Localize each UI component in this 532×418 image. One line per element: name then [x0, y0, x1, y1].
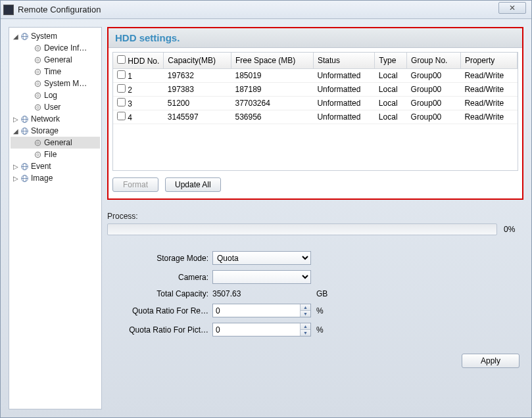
quota-picture-spinner[interactable]: ▲ ▼: [212, 323, 311, 337]
cell-group: Group00: [407, 83, 461, 97]
globe-icon: [20, 126, 29, 135]
cell-property: Read/Write: [460, 83, 517, 97]
sidebar-item-system-m-[interactable]: System M…: [11, 78, 100, 89]
cell-status: Unformatted: [313, 97, 374, 110]
spin-up-icon[interactable]: ▲: [301, 323, 310, 330]
sidebar-item-system[interactable]: ◢System: [11, 30, 100, 42]
spin-up-icon[interactable]: ▲: [301, 304, 310, 311]
hdd-table-wrap: HDD No.Capacity(MB)Free Space (MB)Status…: [112, 52, 518, 171]
svg-point-3: [35, 45, 40, 51]
row-checkbox[interactable]: [117, 112, 126, 120]
gear-icon: [33, 138, 42, 147]
progress-row: 0%: [107, 223, 523, 235]
col-header[interactable]: Property: [460, 53, 517, 69]
sidebar-item-file[interactable]: File: [11, 149, 100, 160]
globe-icon: [20, 162, 29, 171]
cell-capacity: 197632: [164, 69, 231, 83]
update-all-button[interactable]: Update All: [165, 177, 221, 192]
process-section: Process: 0%: [107, 212, 523, 235]
total-capacity-unit: GB: [316, 289, 327, 298]
cell-type: Local: [375, 110, 407, 124]
gear-icon: [33, 103, 42, 112]
progress-percent: 0%: [504, 225, 523, 234]
hdd-button-row: Format Update All: [109, 174, 522, 198]
sidebar-item-label: Device Inf…: [44, 43, 87, 53]
svg-point-9: [35, 81, 40, 86]
col-header[interactable]: Status: [313, 53, 374, 69]
col-header[interactable]: HDD No.: [113, 53, 164, 69]
label-quota-picture: Quota Ratio For Pict…: [107, 325, 212, 335]
globe-icon: [20, 174, 29, 183]
cell-free: 37703264: [231, 97, 313, 110]
cell-type: Local: [375, 83, 407, 97]
gear-icon: [33, 43, 42, 53]
sidebar: ◢SystemDevice Inf…GeneralTimeSystem M…Lo…: [9, 27, 102, 409]
sidebar-item-label: File: [44, 150, 57, 159]
cell-group: Group00: [407, 69, 461, 83]
sidebar-item-image[interactable]: ▷Image: [11, 172, 100, 184]
tree-toggle-icon: ◢: [12, 128, 20, 135]
row-camera: Camera:: [107, 270, 523, 284]
app-icon: [3, 5, 14, 15]
sidebar-item-network[interactable]: ▷Network: [11, 113, 100, 125]
total-capacity-value: 3507.63: [212, 289, 311, 298]
sidebar-item-label: Image: [31, 174, 53, 183]
svg-point-10: [36, 82, 38, 84]
sidebar-item-general[interactable]: General: [11, 54, 100, 66]
col-header[interactable]: Capacity(MB): [164, 53, 231, 69]
section-title: HDD settings.: [109, 28, 522, 48]
quota-picture-input[interactable]: [213, 323, 300, 336]
sidebar-item-label: General: [44, 55, 72, 64]
cell-capacity: 3145597: [164, 110, 231, 124]
quota-record-input[interactable]: [213, 304, 300, 317]
hdd-settings-section: HDD settings. HDD No.Capacity(MB)Free Sp…: [107, 27, 523, 200]
col-header[interactable]: Free Space (MB): [231, 53, 313, 69]
quota-record-spinner[interactable]: ▲ ▼: [212, 304, 311, 317]
sidebar-item-general[interactable]: General: [11, 137, 100, 149]
sidebar-item-label: Time: [44, 67, 61, 76]
table-row[interactable]: 35120037703264UnformattedLocalGroup00Rea…: [113, 97, 518, 110]
gear-icon: [33, 55, 42, 64]
sidebar-item-log[interactable]: Log: [11, 89, 100, 101]
close-button[interactable]: ✕: [498, 2, 526, 14]
camera-select[interactable]: [212, 270, 311, 284]
sidebar-item-label: Log: [44, 91, 57, 100]
svg-point-5: [35, 57, 40, 62]
main-panel: HDD settings. HDD No.Capacity(MB)Free Sp…: [107, 27, 523, 409]
content-area: ◢SystemDevice Inf…GeneralTimeSystem M…Lo…: [1, 19, 531, 417]
cell-free: 536956: [231, 110, 313, 124]
quota-picture-unit: %: [316, 325, 324, 335]
row-checkbox[interactable]: [117, 70, 126, 79]
label-camera: Camera:: [107, 273, 212, 282]
sidebar-item-label: Event: [31, 162, 51, 171]
row-checkbox[interactable]: [117, 98, 126, 106]
apply-button[interactable]: Apply: [462, 354, 520, 368]
sidebar-item-user[interactable]: User: [11, 101, 100, 113]
spin-down-icon[interactable]: ▼: [301, 330, 310, 336]
cell-capacity: 197383: [164, 83, 231, 97]
sidebar-item-storage[interactable]: ◢Storage: [11, 125, 100, 137]
sidebar-item-device-inf-[interactable]: Device Inf…: [11, 42, 100, 54]
gear-icon: [33, 91, 42, 100]
svg-point-14: [36, 106, 38, 108]
sidebar-item-label: General: [44, 138, 72, 147]
col-header[interactable]: Group No.: [407, 53, 461, 69]
cell-type: Local: [375, 97, 407, 110]
col-header[interactable]: Type: [375, 53, 407, 69]
table-row[interactable]: 2197383187189UnformattedLocalGroup00Read…: [113, 83, 518, 97]
spin-down-icon[interactable]: ▼: [301, 311, 310, 317]
sidebar-item-event[interactable]: ▷Event: [11, 160, 100, 172]
select-all-checkbox[interactable]: [117, 55, 126, 64]
hdd-table: HDD No.Capacity(MB)Free Space (MB)Status…: [113, 53, 518, 124]
tree-toggle-icon: ▷: [12, 175, 20, 182]
tree-toggle-icon: ▷: [12, 116, 20, 123]
row-checkbox[interactable]: [117, 84, 126, 93]
table-row[interactable]: 43145597536956UnformattedLocalGroup00Rea…: [113, 110, 518, 124]
sidebar-item-time[interactable]: Time: [11, 66, 100, 78]
config-window: Remote Configuration ✕ ◢SystemDevice Inf…: [0, 0, 532, 418]
storage-mode-select[interactable]: Quota: [212, 251, 311, 265]
table-row[interactable]: 1197632185019UnformattedLocalGroup00Read…: [113, 69, 518, 83]
format-button[interactable]: Format: [112, 177, 158, 192]
sidebar-item-label: Storage: [31, 126, 59, 135]
sidebar-item-label: System: [31, 32, 57, 41]
